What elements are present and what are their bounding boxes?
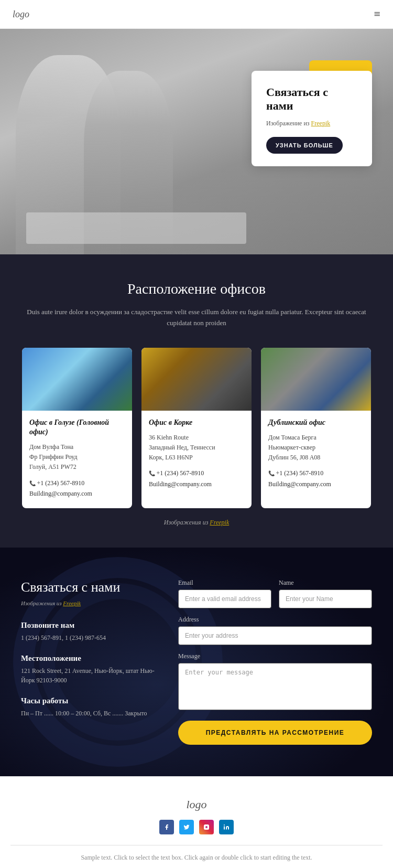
office-3-name: Дублинский офис [268, 418, 364, 427]
contact-location-block: Местоположение 121 Rock Street, 21 Avenu… [21, 654, 157, 685]
instagram-icon[interactable] [199, 820, 214, 834]
footer: logo Sample text. Click to select the te… [0, 776, 393, 868]
contact-phone-label: Позвоните нам [21, 621, 157, 630]
message-label: Message [178, 652, 372, 660]
linkedin-icon[interactable] [219, 820, 234, 834]
offices-description: Duis aute irure dolor в осуждении за сла… [21, 307, 372, 329]
office-1-address: Дом Вулфа ТонаФр Гриффин РоудГолуй, A51 … [29, 442, 125, 473]
message-textarea[interactable] [178, 663, 372, 710]
office-1-phone: +1 (234) 567-8910 [29, 478, 125, 488]
svg-point-2 [224, 824, 225, 826]
form-row-message: Message [178, 652, 372, 710]
hamburger-icon[interactable]: ≡ [374, 7, 380, 21]
contact-location-label: Местоположение [21, 654, 157, 663]
email-input[interactable] [178, 590, 271, 608]
office-image-2 [141, 348, 252, 411]
office-2-name: Офис в Корке [149, 418, 244, 427]
office-3-contact: +1 (234) 567-8910 Building@company.com [268, 468, 364, 489]
contact-credit: Изображения из Freepik [21, 600, 157, 606]
form-row-email-name: Email Name [178, 579, 372, 608]
office-3-email: Building@company.com [268, 479, 364, 489]
contact-hours-value: Пн – Пт ...... 10:00 – 20:00, Сб, Вс ...… [21, 709, 157, 718]
offices-credit: Изображения из Freepik [21, 519, 372, 527]
hero-card-wrapper: Связаться с нами Изображение из Freepik … [252, 71, 372, 166]
contact-form: Email Name Address Message [178, 579, 372, 745]
form-group-email: Email [178, 579, 271, 608]
email-label: Email [178, 579, 271, 587]
twitter-icon[interactable] [179, 820, 194, 834]
hero-learn-more-button[interactable]: УЗНАТЬ БОЛЬШЕ [266, 137, 343, 154]
offices-title: Расположение офисов [21, 281, 372, 297]
office-3-phone: +1 (234) 567-8910 [268, 468, 364, 478]
contact-hours-block: Часы работы Пн – Пт ...... 10:00 – 20:00… [21, 696, 157, 718]
office-card-1-body: Офис в Голузе (Головной офис) Дом Вулфа … [22, 411, 132, 499]
office-card-3-body: Дублинский офис Дом Томаса БергаНьюмарке… [261, 411, 371, 490]
hero-section: Связаться с нами Изображение из Freepik … [0, 29, 393, 254]
footer-logo: logo [10, 798, 383, 811]
facebook-icon[interactable] [159, 820, 174, 834]
office-2-email: Building@company.com [149, 479, 244, 489]
form-group-address: Address [178, 616, 372, 645]
contact-phone-block: Позвоните нам 1 (234) 567-891, 1 (234) 9… [21, 621, 157, 642]
contact-section: Связаться с нами Изображения из Freepik … [0, 548, 393, 776]
office-3-address: Дом Томаса БергаНьюмаркет-скверДублин 56… [268, 433, 364, 463]
logo: logo [13, 9, 29, 20]
office-1-email: Building@company.com [29, 488, 125, 499]
contact-inner: Связаться с нами Изображения из Freepik … [21, 579, 372, 745]
contact-location-value: 121 Rock Street, 21 Avenue, Нью-Йорк, шт… [21, 666, 157, 685]
footer-divider [10, 845, 383, 845]
form-row-address: Address [178, 616, 372, 645]
form-group-message: Message [178, 652, 372, 710]
contact-title: Связаться с нами [21, 579, 157, 595]
hero-card-title: Связаться с нами [266, 85, 357, 113]
hero-card-subtitle: Изображение из Freepik [266, 120, 357, 127]
offices-section: Расположение офисов Duis aute irure dolo… [0, 254, 393, 548]
office-image-1 [22, 348, 132, 411]
office-card-1: Офис в Голузе (Головной офис) Дом Вулфа … [22, 348, 132, 509]
submit-button[interactable]: ПРЕДСТАВЛЯТЬ НА РАССМОТРЕНИЕ [178, 721, 372, 745]
header: logo ≡ [0, 0, 393, 29]
contact-phone-value: 1 (234) 567-891, 1 (234) 987-654 [21, 633, 157, 642]
name-input[interactable] [279, 590, 372, 608]
office-card-2: Офис в Корке 36 Kiehn RouteЗападный Нед,… [141, 348, 252, 509]
office-2-phone: +1 (234) 567-8910 [149, 468, 244, 478]
office-1-contact: +1 (234) 567-8910 Building@company.com [29, 478, 125, 499]
office-card-2-body: Офис в Корке 36 Kiehn RouteЗападный Нед,… [141, 411, 252, 490]
contact-left: Связаться с нами Изображения из Freepik … [21, 579, 157, 729]
name-label: Name [279, 579, 372, 587]
address-label: Address [178, 616, 372, 624]
office-card-3: Дублинский офис Дом Томаса БергаНьюмарке… [261, 348, 371, 509]
social-icons-container [10, 820, 383, 834]
office-2-contact: +1 (234) 567-8910 Building@company.com [149, 468, 244, 489]
address-input[interactable] [178, 626, 372, 645]
form-group-name: Name [279, 579, 372, 608]
office-2-address: 36 Kiehn RouteЗападный Нед, ТеннессиКорк… [149, 433, 244, 463]
contact-hours-label: Часы работы [21, 696, 157, 705]
office-image-3 [261, 348, 371, 411]
footer-sample-text: Sample text. Click to select the text bo… [10, 853, 383, 863]
hero-card: Связаться с нами Изображение из Freepik … [252, 71, 372, 166]
offices-cards-container: Офис в Голузе (Головной офис) Дом Вулфа … [21, 348, 372, 509]
office-1-name: Офис в Голузе (Головной офис) [29, 418, 125, 437]
